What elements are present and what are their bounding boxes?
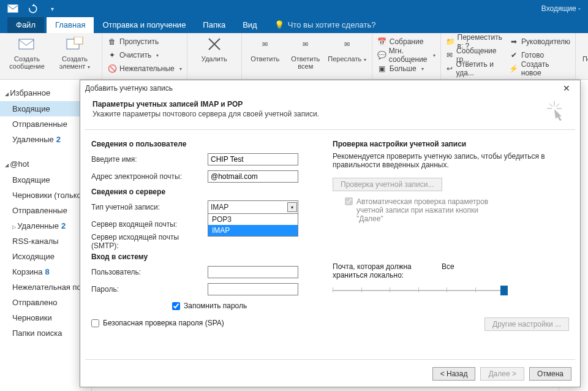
login-section: Вход в систему — [91, 252, 328, 261]
folder-drafts-2[interactable]: Черновики — [0, 310, 91, 325]
account-type-option-imap[interactable]: IMAP — [208, 225, 298, 236]
forward-button[interactable]: ✉Переслать — [328, 36, 367, 70]
new-mail-icon — [17, 36, 37, 53]
reply-icon: ✉ — [255, 36, 275, 53]
tab-home[interactable]: Главная — [47, 17, 94, 33]
new-item-button[interactable]: Создать элемент — [53, 36, 97, 71]
clean-up-button[interactable]: ✦Очистить — [107, 49, 182, 61]
email-label: Адрес электронной почты: — [91, 172, 208, 181]
junk-button[interactable]: 🚫Нежелательные — [107, 63, 182, 75]
email-input[interactable] — [208, 170, 298, 183]
account-type-option-pop3[interactable]: POP3 — [208, 214, 298, 225]
folder-sent-3[interactable]: Отправлено — [0, 295, 91, 310]
tab-send-receive[interactable]: Отправка и получение — [94, 17, 194, 33]
account-type-combo[interactable]: IMAP ▾ — [208, 200, 298, 214]
password-input[interactable] — [208, 283, 298, 295]
spa-checkbox[interactable] — [91, 319, 99, 327]
folder-rss[interactable]: RSS-каналы — [0, 233, 91, 249]
test-account-button[interactable]: Проверка учетной записи... — [333, 178, 442, 191]
quick-step-reply-delete[interactable]: ↩Ответить и уда... — [446, 63, 503, 75]
folder-icon: 📁 — [446, 37, 455, 47]
more-settings-button[interactable]: Другие настройки ... — [484, 317, 569, 331]
user-info-section: Сведения о пользователе — [91, 140, 328, 148]
folder-sent-2[interactable]: Отправленные — [0, 203, 91, 218]
im-icon: 💬 — [377, 50, 386, 60]
cancel-button[interactable]: Отмена — [529, 367, 571, 381]
your-name-input[interactable] — [208, 153, 298, 165]
quick-step-create-new[interactable]: ⚡Создать новое — [509, 63, 570, 75]
wizard-art-icon — [543, 100, 568, 121]
more-respond-button[interactable]: ▣Больше — [377, 63, 435, 75]
favorites-header[interactable]: Избранное — [0, 85, 91, 101]
folder-deleted[interactable]: Удаленные2 — [0, 132, 91, 147]
offline-mail-slider[interactable] — [333, 284, 504, 297]
undo-icon[interactable] — [27, 3, 38, 14]
lightning-icon: ⚡ — [509, 64, 519, 74]
meeting-button[interactable]: 📅Собрание — [377, 36, 435, 48]
dialog-subheading: Укажите параметры почтового сервера для … — [92, 110, 319, 118]
dialog-heading: Параметры учетных записей IMAP и POP — [92, 100, 243, 108]
svg-rect-1 — [19, 39, 34, 49]
qat-dropdown-icon[interactable]: ▾ — [47, 3, 58, 14]
reply-label: Ответить — [251, 55, 279, 63]
svg-line-8 — [556, 104, 559, 107]
folder-search[interactable]: Папки поиска — [0, 325, 91, 341]
folder-deleted-2[interactable]: Удаленные2 — [0, 218, 91, 233]
folder-outbox[interactable]: Исходящие — [0, 249, 91, 264]
incoming-server-label: Сервер входящей почты: — [91, 220, 208, 229]
junk-label: Нежелательные — [119, 64, 175, 73]
back-button[interactable]: < Назад — [432, 367, 476, 381]
folder-trash[interactable]: Корзина8 — [0, 264, 91, 279]
next-button[interactable]: Далее > — [480, 367, 524, 381]
forward-label: Переслать — [328, 55, 366, 64]
quick-step-to-manager[interactable]: ➡Руководителю — [509, 36, 570, 48]
reply-all-button[interactable]: ✉Ответить всем — [287, 36, 324, 70]
ignore-label: Пропустить — [119, 37, 159, 46]
folder-sent[interactable]: Отправленные — [0, 116, 91, 132]
slider-thumb[interactable] — [500, 286, 508, 295]
mail-icon: ✉ — [446, 50, 454, 60]
account-type-label: Тип учетной записи: — [91, 203, 208, 211]
delete-button[interactable]: Удалить — [192, 36, 236, 63]
im-button[interactable]: 💬Мгн. сообщение — [377, 49, 435, 61]
tab-view[interactable]: Вид — [234, 17, 266, 33]
folder-inbox[interactable]: Входящие — [0, 101, 91, 116]
username-input[interactable] — [208, 266, 298, 278]
server-info-section: Сведения о сервере — [91, 188, 328, 196]
folder-drafts-local[interactable]: Черновики (только — [0, 188, 91, 203]
tab-file[interactable]: Файл — [7, 17, 44, 33]
folder-junk[interactable]: Нежелательная по — [0, 279, 91, 295]
new-mail-button[interactable]: Создать сообщение — [5, 36, 49, 71]
ignore-button[interactable]: 🗑Пропустить — [107, 36, 182, 48]
outgoing-server-label: Сервер исходящей почты (SMTP): — [91, 233, 208, 250]
window-title: Входящие - — [541, 4, 588, 13]
folder-inbox-2[interactable]: Входящие — [0, 172, 91, 188]
tell-me-label: Что вы хотите сделать? — [288, 20, 376, 29]
account-header[interactable]: @hot — [0, 156, 91, 172]
clean-icon: ✦ — [107, 50, 117, 60]
offline-mail-value: Все — [442, 262, 454, 279]
move-label: Перемест — [582, 55, 588, 63]
junk-icon: 🚫 — [107, 64, 117, 74]
remember-password-label: Запомнить пароль — [184, 302, 247, 310]
ribbon-tabs: Файл Главная Отправка и получение Папка … — [0, 17, 588, 33]
test-description: Рекомендуется проверить учетную запись, … — [333, 152, 569, 169]
dialog-title: Добавить учетную запись — [85, 84, 173, 93]
password-label: Пароль: — [91, 285, 208, 294]
chevron-down-icon: ▾ — [287, 202, 297, 212]
meeting-icon: 📅 — [377, 37, 387, 47]
quick-step-team-email[interactable]: ✉Сообщение гр... — [446, 49, 503, 61]
remember-password-checkbox[interactable] — [172, 302, 180, 310]
auto-test-label: Автоматическая проверка параметров учетн… — [356, 197, 503, 223]
reply-button[interactable]: ✉Ответить — [247, 36, 284, 70]
tell-me-search[interactable]: 💡 Что вы хотите сделать? — [266, 17, 385, 33]
svg-line-7 — [549, 104, 552, 107]
im-label: Мгн. сообщение — [389, 47, 428, 64]
quick-step-move-to[interactable]: 📁Переместить в: ? — [446, 36, 503, 48]
dialog-close-button[interactable]: ✕ — [558, 83, 575, 93]
tab-folder[interactable]: Папка — [194, 17, 234, 33]
quick-step-done[interactable]: ✔Готово — [509, 49, 570, 61]
more-label: Больше — [390, 64, 417, 73]
forward-icon: ✉ — [337, 36, 357, 53]
move-button[interactable]: 📁Перемест — [581, 36, 588, 63]
